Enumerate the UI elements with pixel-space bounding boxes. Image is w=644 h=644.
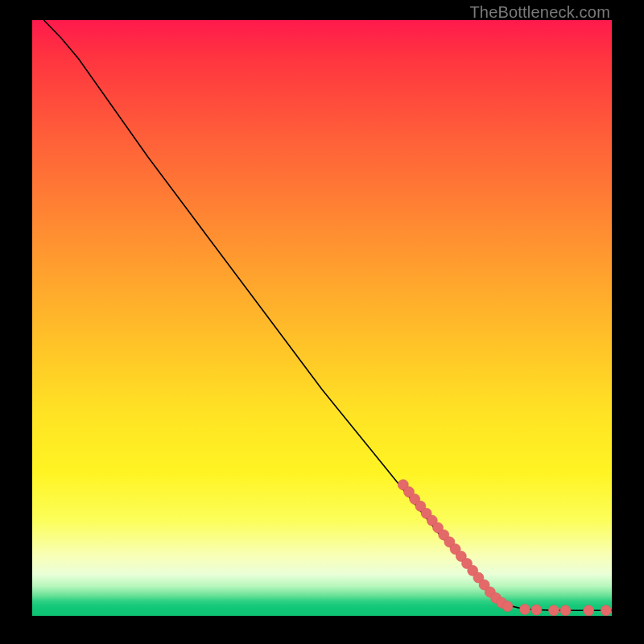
data-point (601, 605, 611, 616)
data-point (560, 605, 571, 616)
data-point (502, 601, 513, 612)
data-point (549, 605, 559, 616)
chart-overlay (32, 20, 612, 616)
bottleneck-curve (43, 20, 612, 610)
attribution-text: TheBottleneck.com (469, 3, 610, 22)
plot-area (32, 20, 612, 616)
chart-frame: TheBottleneck.com (0, 0, 644, 644)
highlighted-points-group (398, 480, 611, 616)
data-point (531, 605, 542, 615)
data-point (584, 605, 594, 616)
data-point (520, 604, 530, 614)
